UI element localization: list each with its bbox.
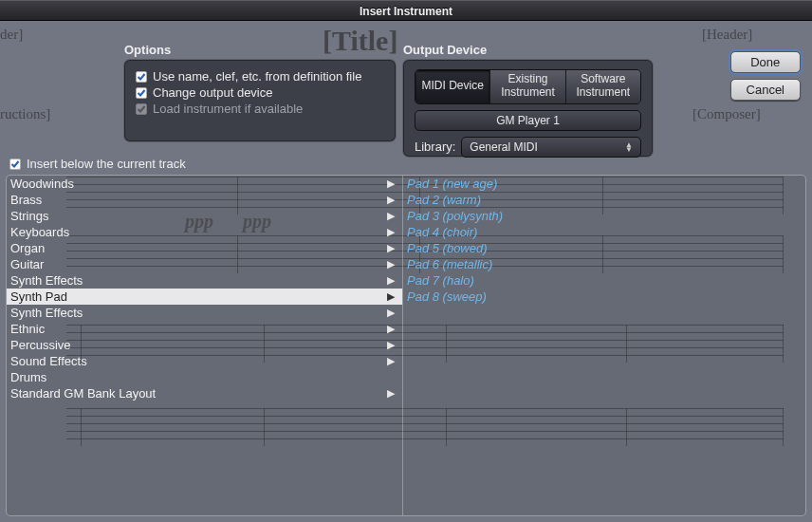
- instrument-label: Pad 3 (polysynth): [407, 209, 503, 223]
- library-value: General MIDI: [470, 140, 537, 154]
- checkbox-icon: [136, 71, 147, 83]
- instrument-row[interactable]: Pad 6 (metallic): [403, 256, 805, 272]
- instrument-row[interactable]: Pad 4 (choir): [403, 224, 805, 240]
- seg-existing-instrument[interactable]: Existing Instrument: [490, 70, 565, 103]
- category-row[interactable]: Synth Pad▶: [7, 289, 402, 305]
- instrument-label: Pad 4 (choir): [407, 225, 477, 239]
- output-group-label: Output Device: [403, 43, 487, 57]
- category-row[interactable]: Keyboards▶: [7, 224, 402, 240]
- options-group: Options Use name, clef, etc. from defini…: [123, 59, 397, 142]
- instrument-row[interactable]: Pad 5 (bowed): [403, 240, 805, 256]
- category-label: Standard GM Bank Layout: [10, 386, 156, 401]
- category-label: Drums: [10, 370, 46, 384]
- category-row[interactable]: Strings▶: [7, 208, 402, 224]
- category-label: Strings: [10, 209, 48, 223]
- category-label: Synth Pad: [10, 289, 67, 304]
- submenu-arrow-icon: ▶: [387, 273, 395, 288]
- category-label: Synth Effects: [10, 273, 83, 288]
- insert-below-track[interactable]: Insert below the current track: [9, 157, 186, 171]
- instrument-row[interactable]: Pad 8 (sweep): [403, 289, 805, 305]
- option-use-definition[interactable]: Use name, clef, etc. from definition fil…: [136, 69, 384, 84]
- checkbox-icon: [9, 158, 21, 170]
- device-type-segmented: MIDI Device Existing Instrument Software…: [415, 69, 641, 104]
- option-load-instrument: Load instrument if available: [136, 102, 384, 116]
- cancel-button[interactable]: Cancel: [730, 79, 801, 101]
- submenu-arrow-icon: ▶: [387, 257, 395, 271]
- option-label: Load instrument if available: [153, 102, 303, 116]
- instrument-picker: Woodwinds▶Brass▶Strings▶Keyboards▶Organ▶…: [6, 175, 806, 516]
- category-label: Keyboards: [10, 225, 69, 239]
- instrument-label: Pad 1 (new age): [407, 177, 497, 191]
- category-column[interactable]: Woodwinds▶Brass▶Strings▶Keyboards▶Organ▶…: [7, 176, 403, 515]
- seg-software-instrument[interactable]: Software Instrument: [566, 70, 640, 103]
- submenu-arrow-icon: ▶: [387, 209, 395, 223]
- submenu-arrow-icon: ▶: [387, 338, 395, 352]
- category-label: Ethnic: [10, 322, 45, 336]
- library-dropdown[interactable]: General MIDI ▲▼: [461, 137, 641, 158]
- seg-midi-device[interactable]: MIDI Device: [415, 70, 490, 103]
- checkbox-icon: [136, 87, 147, 99]
- dialog-title: Insert Instrument: [360, 5, 452, 18]
- category-row[interactable]: Ethnic▶: [7, 321, 402, 337]
- submenu-arrow-icon: ▶: [387, 241, 395, 255]
- instrument-column[interactable]: Pad 1 (new age)Pad 2 (warm)Pad 3 (polysy…: [403, 176, 805, 515]
- instrument-label: Pad 5 (bowed): [407, 241, 488, 255]
- category-label: Sound Effects: [10, 354, 87, 368]
- insert-below-label: Insert below the current track: [27, 157, 186, 171]
- instrument-label: Pad 8 (sweep): [407, 289, 487, 304]
- category-row[interactable]: Synth Effects▶: [7, 272, 402, 289]
- instrument-label: Pad 7 (halo): [407, 273, 474, 288]
- options-group-label: Options: [124, 43, 171, 57]
- instrument-row[interactable]: Pad 7 (halo): [403, 272, 805, 289]
- category-row[interactable]: Standard GM Bank Layout▶: [7, 385, 402, 401]
- category-row[interactable]: Synth Effects▶: [7, 305, 402, 321]
- category-label: Brass: [10, 193, 42, 207]
- option-change-output[interactable]: Change output device: [136, 85, 384, 100]
- midi-device-display[interactable]: GM Player 1: [415, 110, 641, 131]
- option-label: Use name, clef, etc. from definition fil…: [153, 69, 361, 84]
- category-label: Synth Effects: [10, 306, 83, 320]
- category-row[interactable]: Sound Effects▶: [7, 353, 402, 369]
- dialog-titlebar: Insert Instrument: [0, 0, 812, 21]
- updown-chevron-icon: ▲▼: [625, 142, 633, 152]
- instrument-row[interactable]: Pad 3 (polysynth): [403, 208, 805, 224]
- category-row[interactable]: Organ▶: [7, 240, 402, 256]
- instrument-row[interactable]: Pad 2 (warm): [403, 192, 805, 208]
- submenu-arrow-icon: ▶: [387, 322, 395, 336]
- submenu-arrow-icon: ▶: [387, 386, 395, 401]
- submenu-arrow-icon: ▶: [387, 193, 395, 207]
- submenu-arrow-icon: ▶: [387, 306, 395, 320]
- category-row[interactable]: Drums: [7, 369, 402, 385]
- instrument-label: Pad 2 (warm): [407, 193, 481, 207]
- category-label: Organ: [10, 241, 45, 255]
- instrument-row[interactable]: Pad 1 (new age): [403, 176, 805, 192]
- output-device-group: Output Device MIDI Device Existing Instr…: [402, 59, 654, 158]
- category-label: Guitar: [10, 257, 44, 271]
- library-label: Library:: [415, 140, 455, 154]
- option-label: Change output device: [153, 85, 272, 100]
- submenu-arrow-icon: ▶: [387, 289, 395, 304]
- submenu-arrow-icon: ▶: [387, 177, 395, 191]
- submenu-arrow-icon: ▶: [387, 225, 395, 239]
- checkbox-icon: [136, 103, 147, 115]
- category-row[interactable]: Woodwinds▶: [7, 176, 402, 192]
- category-row[interactable]: Guitar▶: [7, 256, 402, 272]
- instrument-label: Pad 6 (metallic): [407, 257, 492, 271]
- category-row[interactable]: Percussive▶: [7, 337, 402, 353]
- category-row[interactable]: Brass▶: [7, 192, 402, 208]
- submenu-arrow-icon: ▶: [387, 354, 395, 368]
- category-label: Woodwinds: [10, 177, 74, 191]
- category-label: Percussive: [10, 338, 71, 352]
- done-button[interactable]: Done: [730, 51, 801, 73]
